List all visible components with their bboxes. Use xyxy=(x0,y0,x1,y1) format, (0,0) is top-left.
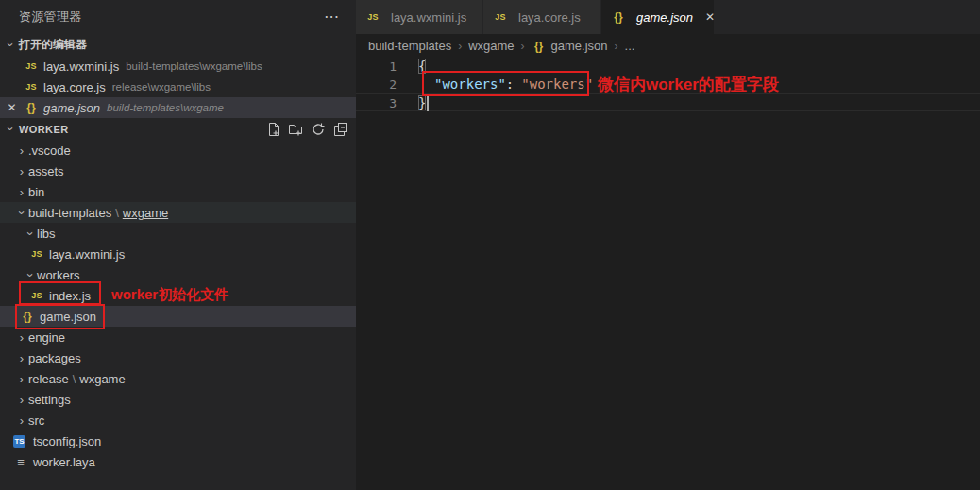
json-icon: {} xyxy=(532,40,547,53)
breadcrumb: build-templates › wxgame › {} game.json … xyxy=(356,34,980,58)
open-editors-label: 打开的编辑器 xyxy=(19,37,87,53)
chevron-down-icon: › xyxy=(5,123,17,136)
breadcrumb-item[interactable]: build-templates xyxy=(368,39,451,53)
tree-item-settings[interactable]: › settings xyxy=(0,389,356,410)
tree-item-src[interactable]: › src xyxy=(0,410,356,431)
tree-item-release-wxgame[interactable]: › release \ wxgame xyxy=(0,368,356,389)
file-path: build-templates\wxgame xyxy=(107,102,224,113)
tab-bar: JS laya.wxmini.js JS laya.core.js {} gam… xyxy=(356,0,980,34)
code-line-1: 1 { xyxy=(356,58,980,76)
more-actions-icon[interactable]: ⋯ xyxy=(318,8,345,25)
js-icon: JS xyxy=(29,249,44,259)
worker-section-label: WORKER xyxy=(19,124,265,135)
list-icon: ≡ xyxy=(13,455,28,469)
json-key: "workers" xyxy=(434,76,506,92)
open-editor-item-laya-wxmini[interactable]: JS laya.wxmini.js build-templates\wxgame… xyxy=(0,56,356,76)
tree-item-packages[interactable]: › packages xyxy=(0,347,356,368)
colon: : xyxy=(506,76,514,92)
tree-item-engine[interactable]: › engine xyxy=(0,327,356,347)
breadcrumb-item[interactable]: wxgame xyxy=(468,39,514,53)
chevron-right-icon: › xyxy=(615,40,618,53)
ts-icon: TS xyxy=(13,435,25,448)
tree-item-index-js[interactable]: JS index.js xyxy=(0,285,356,306)
new-folder-icon[interactable] xyxy=(288,122,303,137)
compact-folder-segment[interactable]: wxgame xyxy=(79,372,125,386)
chevron-right-icon: › xyxy=(15,352,28,364)
sidebar-title-bar: 资源管理器 ⋯ xyxy=(0,0,356,33)
text-cursor xyxy=(427,96,429,111)
js-icon: JS xyxy=(24,61,39,71)
js-icon: JS xyxy=(24,82,39,92)
tree-item-laya-wxmini-js[interactable]: JS laya.wxmini.js xyxy=(0,244,356,264)
open-brace: { xyxy=(418,59,426,74)
line-number: 2 xyxy=(356,76,397,93)
open-editor-item-laya-core[interactable]: JS laya.core.js release\wxgame\libs xyxy=(0,76,356,97)
chevron-right-icon: › xyxy=(15,331,28,344)
tree-item-game-json[interactable]: {} game.json xyxy=(0,306,356,327)
tab-game-json[interactable]: {} game.json ✕ xyxy=(601,0,715,34)
chevron-right-icon: › xyxy=(521,40,525,53)
code-editor[interactable]: 1 { 2 "workers":"workers" 3 } xyxy=(356,58,980,111)
tree-item-libs[interactable]: › libs xyxy=(0,223,356,244)
js-icon: JS xyxy=(493,12,508,22)
chevron-right-icon: › xyxy=(15,373,28,385)
tab-laya-core-js[interactable]: JS laya.core.js xyxy=(483,0,601,34)
close-brace: } xyxy=(418,95,426,110)
worker-section-header[interactable]: › WORKER xyxy=(0,118,356,140)
chevron-down-icon: › xyxy=(25,268,37,281)
close-icon[interactable]: ✕ xyxy=(0,101,24,114)
breadcrumb-item[interactable]: ... xyxy=(625,39,635,53)
tree-item-worker-laya[interactable]: ≡ worker.laya xyxy=(0,451,356,472)
tree-item-bin[interactable]: › bin xyxy=(0,181,356,202)
file-path: build-templates\wxgame\libs xyxy=(126,60,262,72)
close-icon[interactable]: ✕ xyxy=(702,9,718,25)
open-editor-item-game-json[interactable]: ✕ {} game.json build-templates\wxgame xyxy=(0,97,356,118)
tree-item-vscode[interactable]: › .vscode xyxy=(0,140,356,161)
chevron-right-icon: › xyxy=(15,394,28,406)
code-line-2: 2 "workers":"workers" xyxy=(356,76,980,93)
json-icon: {} xyxy=(24,101,39,114)
vscode-window: 资源管理器 ⋯ › 打开的编辑器 JS laya.wxmini.js build… xyxy=(0,0,980,490)
tree-item-workers[interactable]: › workers xyxy=(0,264,356,285)
file-name: game.json xyxy=(43,101,100,115)
code-line-3: 3 } xyxy=(356,93,980,111)
json-icon: {} xyxy=(20,310,35,323)
line-number: 1 xyxy=(356,58,397,76)
refresh-icon[interactable] xyxy=(311,122,326,137)
chevron-right-icon: › xyxy=(15,414,28,427)
worker-actions xyxy=(265,122,348,137)
tree-item-assets[interactable]: › assets xyxy=(0,161,356,181)
new-file-icon[interactable] xyxy=(265,122,280,137)
file-name: laya.wxmini.js xyxy=(43,59,119,74)
collapse-all-icon[interactable] xyxy=(333,122,348,137)
chevron-right-icon: › xyxy=(15,165,28,177)
breadcrumb-item[interactable]: game.json xyxy=(551,39,608,53)
open-editors-header[interactable]: › 打开的编辑器 xyxy=(0,33,356,56)
json-value: "workers" xyxy=(521,76,593,92)
chevron-down-icon: › xyxy=(16,206,28,219)
chevron-down-icon: › xyxy=(5,38,17,51)
tab-laya-wxmini-js[interactable]: JS laya.wxmini.js xyxy=(356,0,483,34)
js-icon: JS xyxy=(365,12,380,22)
file-path: release\wxgame\libs xyxy=(112,81,211,93)
explorer-sidebar: 资源管理器 ⋯ › 打开的编辑器 JS laya.wxmini.js build… xyxy=(0,0,356,490)
js-icon: JS xyxy=(29,291,44,300)
chevron-right-icon: › xyxy=(15,186,28,198)
json-icon: {} xyxy=(611,10,626,24)
tree-item-tsconfig-json[interactable]: TS tsconfig.json xyxy=(0,431,356,451)
file-name: laya.core.js xyxy=(43,80,106,94)
chevron-right-icon: › xyxy=(458,40,462,53)
chevron-right-icon: › xyxy=(15,144,28,157)
chevron-down-icon: › xyxy=(25,227,37,240)
tree-item-build-templates-wxgame[interactable]: › build-templates \ wxgame xyxy=(0,202,356,223)
path-separator: \ xyxy=(73,372,76,386)
compact-folder-segment[interactable]: wxgame xyxy=(123,206,168,220)
editor-area: JS laya.wxmini.js JS laya.core.js {} gam… xyxy=(356,0,980,490)
explorer-title: 资源管理器 xyxy=(19,8,318,25)
path-separator: \ xyxy=(115,206,119,220)
line-number: 3 xyxy=(356,94,397,110)
